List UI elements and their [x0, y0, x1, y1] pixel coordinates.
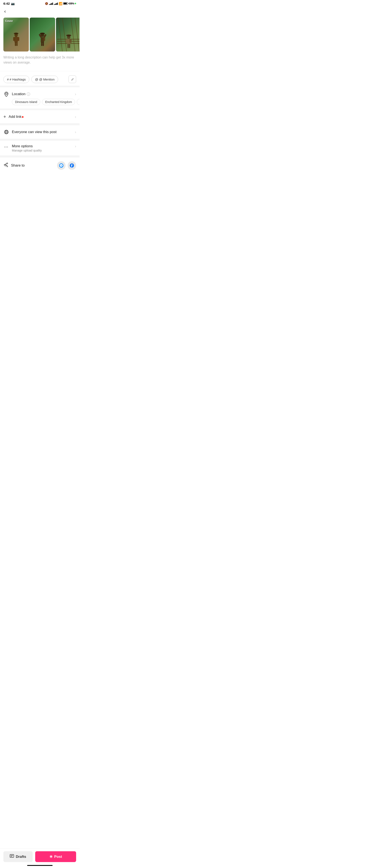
person-silhouette-3 [64, 35, 73, 50]
divider-4 [0, 139, 80, 141]
expand-icon: ⤢ [71, 78, 74, 82]
status-bar: 6:42 📷 🔕 📶 89% [0, 0, 80, 6]
location-title: Location i [12, 92, 75, 96]
plus-icon: + [3, 114, 6, 120]
messenger-icon [59, 163, 64, 168]
svg-rect-7 [15, 33, 18, 34]
messenger-button[interactable] [57, 161, 65, 170]
view-post-content: Everyone can view this post [12, 130, 75, 134]
svg-rect-16 [41, 33, 44, 34]
svg-rect-29 [67, 44, 69, 48]
location-row[interactable]: Location i › [0, 87, 80, 98]
svg-line-18 [58, 18, 62, 52]
mute-icon: 🔕 [45, 2, 48, 5]
person-silhouette-1 [12, 32, 20, 47]
svg-rect-13 [41, 42, 42, 46]
location-icon [3, 91, 9, 97]
divider-2 [0, 108, 80, 110]
info-icon: i [27, 92, 30, 96]
svg-point-41 [7, 166, 8, 167]
mention-label: @ Mention [39, 78, 55, 81]
svg-rect-32 [67, 35, 70, 36]
description-hint[interactable]: Writing a long description can help get … [0, 52, 80, 67]
dots-icon: ··· [3, 144, 9, 150]
share-svg [3, 162, 8, 167]
hash-icon: # [7, 78, 9, 81]
location-tags: Dinosaurs Island Enchanted Kingdom Star … [0, 98, 80, 108]
more-options-chevron: › [75, 144, 76, 149]
svg-rect-33 [69, 39, 71, 42]
view-post-chevron: › [75, 130, 76, 134]
at-icon: @ [35, 78, 38, 81]
svg-rect-2 [13, 37, 15, 41]
more-options-subtitle: Manage upload quality [12, 149, 75, 152]
signal-icon-1 [49, 2, 53, 5]
svg-point-40 [7, 163, 8, 164]
svg-rect-4 [15, 42, 16, 46]
svg-rect-14 [42, 42, 44, 46]
svg-rect-27 [66, 39, 67, 43]
expand-button[interactable]: ⤢ [68, 75, 76, 83]
person-silhouette-2 [38, 32, 47, 47]
photo-item-1[interactable]: Cover [3, 18, 29, 52]
divider-5 [0, 156, 80, 157]
svg-line-21 [75, 18, 79, 52]
cover-label: Cover [5, 19, 13, 23]
divider-1 [0, 86, 80, 87]
svg-point-34 [5, 93, 7, 94]
location-svg [4, 92, 9, 97]
view-post-row[interactable]: Everyone can view this post › [0, 125, 80, 139]
status-time: 6:42 [3, 2, 10, 5]
facebook-icon [69, 163, 74, 168]
back-button[interactable]: ‹ [3, 8, 7, 15]
location-tag-2[interactable]: Star City [77, 99, 80, 105]
more-options-content: More options Manage upload quality [12, 144, 75, 152]
add-link-label: Add link [9, 115, 75, 119]
divider-3 [0, 124, 80, 125]
location-chevron: › [75, 92, 76, 96]
location-content: Location i [12, 92, 75, 96]
wifi-icon: 📶 [59, 2, 62, 5]
mention-button[interactable]: @ @ Mention [31, 76, 58, 83]
status-right: 🔕 📶 89% [45, 2, 76, 5]
bottom-spacer [0, 174, 80, 190]
share-row[interactable]: Share to [0, 157, 80, 174]
share-label: Share to [11, 163, 57, 167]
facebook-button[interactable] [68, 161, 76, 170]
globe-svg [4, 129, 9, 134]
location-tag-1[interactable]: Enchanted Kingdom [42, 99, 75, 105]
more-options-title: More options [12, 144, 75, 148]
hashtags-label: # Hashtags [9, 78, 26, 81]
battery-percent: 89% [69, 2, 74, 5]
photo-item-3[interactable] [56, 18, 80, 52]
share-icon [3, 162, 8, 169]
tag-bar: # # Hashtags @ @ Mention ⤢ [0, 71, 80, 86]
red-dot [22, 116, 24, 118]
signal-icon-2 [54, 2, 58, 5]
globe-icon [3, 129, 9, 135]
add-link-chevron: › [75, 115, 76, 119]
battery-icon: 89% [63, 2, 76, 5]
view-post-title: Everyone can view this post [12, 130, 75, 134]
svg-point-42 [4, 164, 5, 165]
status-left: 6:42 📷 [3, 2, 14, 5]
add-link-row[interactable]: + Add link › [0, 110, 80, 124]
header: ‹ [0, 6, 80, 18]
camera-icon: 📷 [11, 2, 14, 5]
location-tag-0[interactable]: Dinosaurs Island [12, 99, 40, 105]
more-options-row[interactable]: ··· More options Manage upload quality › [0, 141, 80, 156]
photo-strip: Cover [0, 18, 80, 52]
svg-rect-8 [17, 37, 19, 41]
hashtags-button[interactable]: # # Hashtags [3, 76, 29, 83]
svg-rect-17 [43, 37, 45, 41]
share-apps [57, 161, 76, 170]
svg-rect-5 [16, 42, 18, 46]
photo-item-2[interactable] [30, 18, 55, 52]
svg-rect-30 [69, 44, 70, 48]
